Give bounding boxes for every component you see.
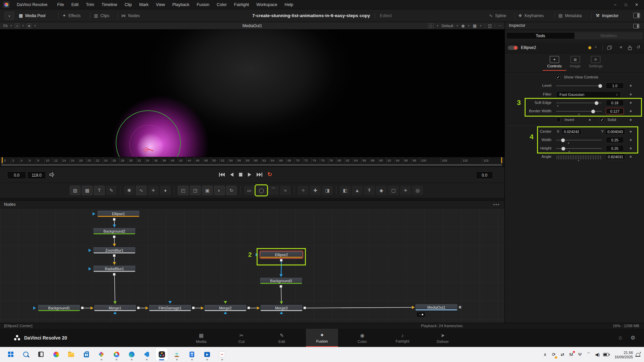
menu-item-file[interactable]: File bbox=[53, 2, 67, 7]
keyframe-icon[interactable]: ◆ bbox=[630, 155, 632, 158]
keyframe-icon[interactable]: ◆ bbox=[630, 109, 632, 113]
audio-mute-icon[interactable] bbox=[49, 172, 56, 178]
node-output-square[interactable] bbox=[113, 235, 116, 238]
panel-chevron-button[interactable]: ∨ bbox=[5, 12, 14, 20]
timeline-scrollbar[interactable] bbox=[0, 163, 504, 167]
level-value-field[interactable]: 1.0 bbox=[606, 82, 624, 89]
play-button[interactable] bbox=[248, 172, 252, 177]
node-input-arrow[interactable] bbox=[113, 225, 116, 227]
menu-item-help[interactable]: Help bbox=[281, 2, 297, 7]
node-merge2[interactable]: Merge2 bbox=[204, 304, 247, 312]
tool-pemitter-icon[interactable]: ✧ bbox=[298, 186, 309, 195]
tool-ellipse-mask-icon[interactable]: ◯ bbox=[256, 186, 267, 195]
range-end-field[interactable]: 119.0 bbox=[27, 171, 46, 179]
taskbar-icon-taskview[interactable] bbox=[35, 348, 47, 361]
tool-text-3d-icon[interactable]: Ŧ bbox=[364, 186, 375, 195]
menu-item-edit[interactable]: Edit bbox=[68, 2, 83, 7]
node-input-arrow[interactable] bbox=[113, 311, 117, 314]
invert-checkbox[interactable] bbox=[556, 117, 561, 122]
clips-button[interactable]: ▥ Clips bbox=[94, 9, 109, 22]
subtab-controls[interactable]: ✦ Controls bbox=[544, 56, 565, 68]
node-merge1[interactable]: Merge1 bbox=[94, 304, 137, 312]
minimize-window-icon[interactable]: – bbox=[610, 2, 621, 7]
node-input-arrow[interactable] bbox=[257, 306, 260, 310]
node-color-dot[interactable] bbox=[588, 46, 591, 49]
page-media[interactable]: ▦Media bbox=[185, 329, 217, 347]
menu-item-fairlight[interactable]: Fairlight bbox=[230, 2, 253, 7]
center-x-field[interactable]: 0.024242 bbox=[561, 128, 582, 135]
metadata-button[interactable]: ▤ Metadata bbox=[558, 9, 582, 22]
menu-item-workspace[interactable]: Workspace bbox=[253, 2, 281, 7]
tool-hue-curves-icon[interactable]: ♦ bbox=[160, 186, 171, 195]
taskbar-icon-chrome[interactable] bbox=[110, 348, 122, 361]
keyframe-icon[interactable]: ◆ bbox=[630, 93, 632, 96]
tool-rectangle-mask-icon[interactable]: ▭ bbox=[244, 186, 255, 195]
scrollbar-thumb[interactable] bbox=[1, 164, 502, 166]
menu-item-trim[interactable]: Trim bbox=[82, 2, 98, 7]
keyframes-button[interactable]: ❖ Keyframes bbox=[518, 9, 544, 22]
node-input-arrow[interactable] bbox=[146, 306, 148, 310]
taskbar-icon-snip[interactable]: ✂ bbox=[216, 348, 228, 361]
subtab-image[interactable]: ▦ Image bbox=[565, 56, 586, 68]
node-output-square[interactable] bbox=[303, 306, 306, 309]
node-mask-input-arrow[interactable] bbox=[93, 212, 97, 216]
node-output-square[interactable] bbox=[192, 306, 195, 309]
taskbar-icon-store[interactable] bbox=[80, 348, 92, 361]
subtab-settings[interactable]: ⚙ Settings bbox=[585, 56, 606, 68]
node-output-square[interactable] bbox=[113, 218, 116, 221]
node-mediaout1[interactable]: MediaOut1 bbox=[415, 304, 458, 311]
spline-button[interactable]: ∿ Spline bbox=[489, 9, 506, 22]
keyframe-icon[interactable]: ◆ bbox=[630, 130, 632, 133]
color-controls-icon[interactable]: ◉ bbox=[461, 23, 465, 28]
panel-layout-icon[interactable] bbox=[633, 13, 640, 18]
node-input-arrow[interactable] bbox=[224, 311, 227, 314]
tool-resize-icon[interactable]: ↻ bbox=[226, 186, 237, 195]
lock-icon[interactable] bbox=[628, 45, 632, 50]
filter-dropdown[interactable]: Fast Gaussian ∨ bbox=[556, 91, 621, 98]
home-icon[interactable]: ⌂ bbox=[619, 335, 622, 341]
battery-icon[interactable] bbox=[602, 352, 610, 357]
menu-item-clip[interactable]: Clip bbox=[121, 2, 136, 7]
go-to-end-button[interactable] bbox=[257, 172, 263, 177]
nodes-options-icon[interactable]: ••• bbox=[493, 202, 500, 207]
page-cut[interactable]: ✂Cut bbox=[225, 329, 258, 347]
node-background1[interactable]: Background1 bbox=[38, 304, 80, 312]
soft-edge-slider[interactable] bbox=[556, 103, 602, 103]
tool-dve-icon[interactable]: ◳ bbox=[190, 186, 201, 195]
tool-renderer-3d-icon[interactable]: ◎ bbox=[412, 186, 423, 195]
tool-matte-control-icon[interactable]: ◐ bbox=[214, 186, 225, 195]
sync-icon[interactable]: ⟳ bbox=[549, 352, 558, 358]
menu-item-playback[interactable]: Playback bbox=[169, 2, 193, 7]
level-slider[interactable] bbox=[556, 85, 602, 86]
node-graph[interactable]: Ellipse1Background2ZoomBlur1RadialBlur1B… bbox=[0, 208, 504, 323]
speaker-icon[interactable]: ◀) bbox=[593, 352, 602, 358]
effects-button[interactable]: ✦ Effects bbox=[62, 9, 80, 22]
tool-pmerge-icon[interactable]: ✚ bbox=[310, 186, 321, 195]
range-start-field[interactable]: 0.0 bbox=[7, 171, 26, 179]
border-width-value-field[interactable]: 0.127 bbox=[606, 108, 624, 114]
center-y-field[interactable]: 0.004043 bbox=[605, 128, 625, 135]
nodes-button[interactable]: ⋈ Nodes bbox=[121, 9, 140, 22]
maximize-window-icon[interactable]: □ bbox=[621, 2, 631, 7]
toggles-icon[interactable]: ⇄ bbox=[558, 352, 567, 358]
menu-item-timeline[interactable]: Timeline bbox=[98, 2, 121, 7]
node-background2[interactable]: Background2 bbox=[93, 228, 136, 235]
height-value-field[interactable]: 0.25 bbox=[606, 145, 624, 152]
lut-select[interactable]: Default bbox=[441, 24, 453, 28]
node-output-square[interactable] bbox=[247, 306, 250, 309]
tool-transform-icon[interactable]: ◰ bbox=[178, 186, 189, 195]
keyframe-icon[interactable]: ◆ bbox=[630, 101, 632, 104]
page-color[interactable]: ◉Color bbox=[346, 329, 378, 347]
panel-layout-icon[interactable] bbox=[633, 24, 639, 28]
microphone-icon[interactable]: Ψ bbox=[576, 352, 584, 358]
node-background3[interactable]: Background3 bbox=[260, 277, 303, 285]
node-input-arrow[interactable] bbox=[280, 301, 283, 304]
page-deliver[interactable]: ➤Deliver bbox=[427, 329, 459, 347]
node-enable-toggle[interactable] bbox=[508, 46, 518, 50]
reset-icon[interactable]: ↺ bbox=[637, 45, 640, 50]
tool-merge-icon[interactable]: ▣ bbox=[202, 186, 213, 195]
node-zoomblur1[interactable]: ZoomBlur1 bbox=[93, 247, 136, 254]
range-end-marker[interactable] bbox=[501, 157, 502, 164]
angle-value-field[interactable]: 0.824031 bbox=[606, 154, 625, 160]
node-output-square[interactable] bbox=[113, 273, 116, 276]
